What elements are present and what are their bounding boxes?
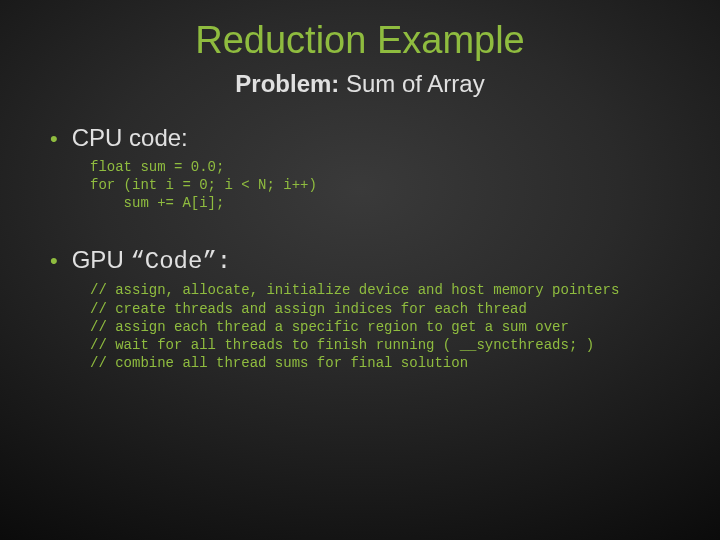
subtitle-label: Problem: <box>235 70 339 97</box>
bullet-gpu: • GPU “Code”: <box>50 246 670 275</box>
subtitle-value: Sum of Array <box>339 70 484 97</box>
bullet-gpu-text: GPU “Code”: <box>72 246 232 275</box>
slide-content: • CPU code: float sum = 0.0; for (int i … <box>0 98 720 373</box>
bullet-gpu-code-word: “Code”: <box>130 248 231 275</box>
bullet-cpu: • CPU code: <box>50 124 670 152</box>
spacer <box>50 212 670 246</box>
bullet-dot-icon: • <box>50 250 58 272</box>
code-cpu: float sum = 0.0; for (int i = 0; i < N; … <box>90 158 670 213</box>
slide-subtitle: Problem: Sum of Array <box>0 70 720 98</box>
slide-title: Reduction Example <box>0 20 720 62</box>
bullet-dot-icon: • <box>50 128 58 150</box>
bullet-cpu-text: CPU code: <box>72 124 188 152</box>
bullet-gpu-prefix: GPU <box>72 246 131 273</box>
slide: Reduction Example Problem: Sum of Array … <box>0 0 720 540</box>
code-gpu: // assign, allocate, initialize device a… <box>90 281 670 372</box>
